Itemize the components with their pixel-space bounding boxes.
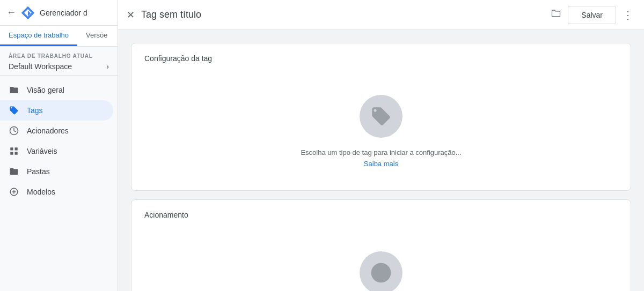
tag-config-icon — [370, 106, 392, 127]
trigger-card: Acionamento Escolha um acionador para di… — [131, 199, 631, 291]
sidebar-item-tags-label: Tags — [27, 106, 43, 115]
sidebar-item-triggers[interactable]: Acionadores — [0, 121, 113, 141]
sidebar-item-templates[interactable]: Modelos — [0, 182, 113, 202]
sidebar: ← Gerenciador d Espaço de trabalho Versõ… — [0, 0, 118, 291]
tag-config-hint: Escolha um tipo de tag para iniciar a co… — [301, 148, 461, 156]
tag-icon — [9, 106, 19, 115]
sidebar-item-templates-label: Modelos — [27, 188, 55, 196]
svg-rect-5 — [15, 147, 18, 150]
workspace-section-label: ÁREA DE TRABALHO ATUAL — [9, 53, 109, 59]
dialog-header: ✕ Tag sem título Salvar ⋮ — [118, 0, 644, 30]
sidebar-item-folders[interactable]: Pastas — [0, 161, 113, 182]
variables-icon — [9, 146, 19, 156]
back-button[interactable]: ← — [6, 7, 16, 18]
sidebar-item-folders-label: Pastas — [27, 167, 50, 176]
trigger-content: Escolha um acionador para disparar essa … — [144, 241, 618, 291]
workspace-chevron-icon: › — [106, 62, 109, 71]
tab-versions[interactable]: Versõe — [77, 26, 116, 46]
dialog-title: Tag sem título — [141, 9, 544, 20]
sidebar-item-overview-label: Visão geral — [27, 86, 64, 94]
svg-rect-4 — [10, 147, 13, 150]
app-title: Gerenciador d — [40, 9, 87, 17]
sidebar-tabs: Espaço de trabalho Versõe — [0, 26, 118, 47]
template-icon — [9, 187, 19, 197]
workspace-selector[interactable]: Default Workspace › — [9, 62, 109, 71]
svg-rect-6 — [10, 152, 13, 155]
dialog-close-button[interactable]: ✕ — [127, 9, 135, 21]
sidebar-item-triggers-label: Acionadores — [27, 126, 69, 135]
workspace-area: ÁREA DE TRABALHO ATUAL Default Workspace… — [0, 47, 118, 76]
tab-workspace[interactable]: Espaço de trabalho — [0, 26, 77, 46]
sidebar-item-overview[interactable]: Visão geral — [0, 80, 113, 100]
gtm-logo — [20, 5, 35, 20]
trigger-icon-circle[interactable] — [360, 251, 402, 291]
sidebar-header: ← Gerenciador d — [0, 0, 118, 26]
more-options-button[interactable]: ⋮ — [620, 6, 635, 24]
sidebar-item-tags[interactable]: Tags — [0, 100, 113, 121]
svg-rect-7 — [15, 152, 18, 155]
tag-config-title: Configuração da tag — [144, 54, 618, 63]
trigger-icon — [9, 126, 19, 136]
tag-config-card: Configuração da tag Escolha um tipo de t… — [131, 43, 631, 191]
dialog-folder-icon[interactable] — [551, 8, 561, 21]
trigger-title: Acionamento — [144, 211, 618, 219]
dialog-body: Configuração da tag Escolha um tipo de t… — [118, 30, 644, 291]
main-content: ✕ Tag sem título Salvar ⋮ Configuração d… — [118, 0, 644, 291]
save-button[interactable]: Salvar — [568, 6, 616, 24]
dialog-actions: Salvar ⋮ — [568, 6, 635, 24]
sidebar-item-variables-label: Variáveis — [27, 147, 57, 155]
trigger-card-icon — [370, 262, 392, 283]
folder-icon — [9, 167, 19, 176]
workspace-name-text: Default Workspace — [9, 62, 72, 71]
nav-items: Visão geral Tags Acionadores Variáveis — [0, 76, 118, 291]
tag-config-learn-more[interactable]: Saiba mais — [364, 160, 398, 168]
tag-config-content: Escolha um tipo de tag para iniciar a co… — [144, 84, 618, 173]
tag-config-icon-circle[interactable] — [360, 95, 402, 138]
sidebar-item-variables[interactable]: Variáveis — [0, 141, 113, 161]
folder-filled-icon — [9, 85, 19, 95]
